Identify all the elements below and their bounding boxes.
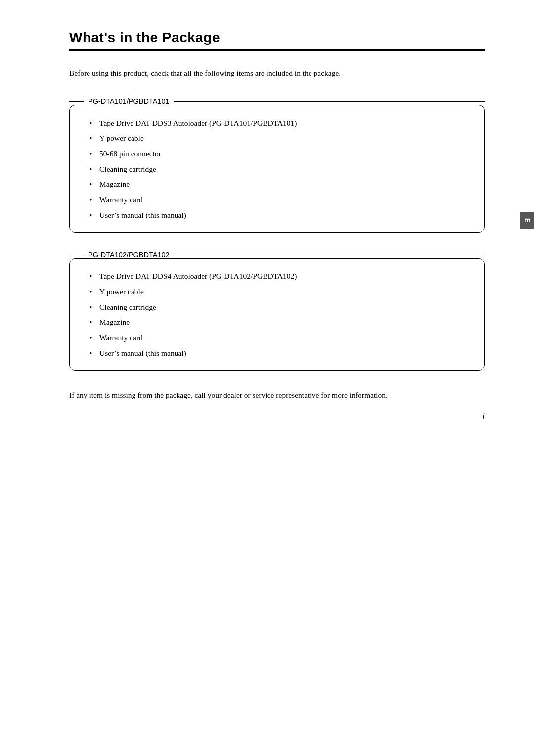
page: What's in the Package Before using this … [0,0,534,442]
section1-label-row: PG-DTA101/PGBDTA101 [69,97,485,105]
list-item: Magazine [89,314,469,330]
list-item: Cleaning cartridge [89,299,469,314]
section1-line-right [174,101,485,102]
list-item: Cleaning cartridge [89,161,469,177]
list-item: Magazine [89,177,469,192]
list-item: Y power cable [89,284,469,299]
footer-paragraph: If any item is missing from the package,… [69,389,485,401]
page-title: What's in the Package [69,30,485,45]
section-2: PG-DTA102/PGBDTA102 Tape Drive DAT DDS4 … [69,251,485,371]
list-item: Tape Drive DAT DDS3 Autoloader (PG-DTA10… [89,115,469,131]
section1-box: Tape Drive DAT DDS3 Autoloader (PG-DTA10… [69,105,485,233]
section2-label: PG-DTA102/PGBDTA102 [84,251,174,259]
section2-box: Tape Drive DAT DDS4 Autoloader (PG-DTA10… [69,258,485,371]
list-item: Tape Drive DAT DDS4 Autoloader (PG-DTA10… [89,268,469,284]
section2-label-row: PG-DTA102/PGBDTA102 [69,251,485,259]
section2-line-right [174,255,485,255]
list-item: Y power cable [89,131,469,146]
title-divider [69,49,485,51]
section-1: PG-DTA101/PGBDTA101 Tape Drive DAT DDS3 … [69,97,485,233]
section1-label: PG-DTA101/PGBDTA101 [84,97,174,105]
intro-paragraph: Before using this product, check that al… [69,67,485,80]
list-item: Warranty card [89,192,469,207]
section2-list: Tape Drive DAT DDS4 Autoloader (PG-DTA10… [89,268,469,360]
list-item: User’s manual (this manual) [89,345,469,360]
list-item: User’s manual (this manual) [89,207,469,222]
section1-line-left [69,101,84,102]
sidebar-label: E [520,212,534,229]
list-item: Warranty card [89,330,469,345]
page-number: i [482,411,485,422]
section2-line-left [69,255,84,255]
section1-list: Tape Drive DAT DDS3 Autoloader (PG-DTA10… [89,115,469,222]
list-item: 50-68 pin connector [89,146,469,161]
